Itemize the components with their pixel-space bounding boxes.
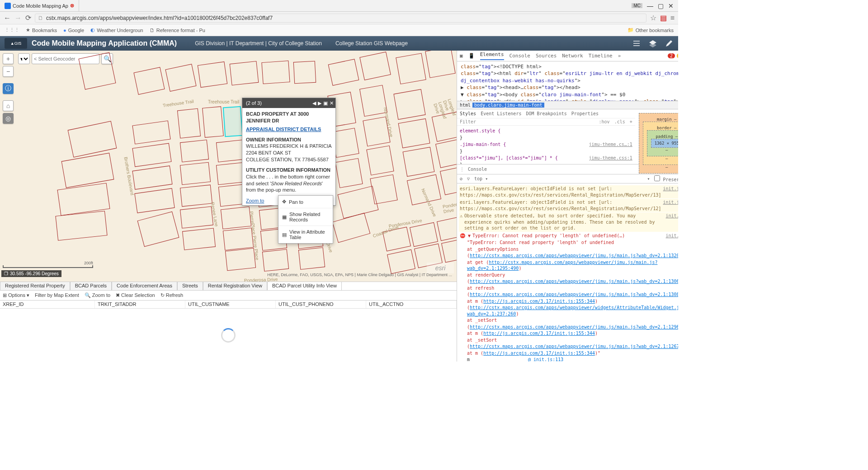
- parcel[interactable]: [55, 211, 107, 240]
- parcel[interactable]: [393, 89, 425, 120]
- parcel[interactable]: [134, 188, 175, 213]
- attribute-tab[interactable]: Streets: [177, 282, 203, 291]
- popup-link[interactable]: APPRAISAL DISTRICT DETAILS: [246, 126, 332, 133]
- home-button[interactable]: ⌂: [3, 100, 14, 111]
- parcel[interactable]: [180, 185, 212, 207]
- parcel[interactable]: [425, 51, 456, 78]
- devtools-tab-console[interactable]: Console: [509, 53, 530, 59]
- popup-next-icon[interactable]: ▶: [318, 100, 321, 106]
- parcel[interactable]: [359, 52, 391, 80]
- parcel[interactable]: [133, 67, 165, 94]
- attribute-tab[interactable]: Code Enforcement Areas: [112, 282, 177, 291]
- back-icon[interactable]: ←: [4, 14, 11, 22]
- column-header[interactable]: XREF_ID: [0, 301, 95, 309]
- parcel[interactable]: [437, 216, 457, 241]
- parcel[interactable]: [441, 238, 457, 263]
- geocoder-select[interactable]: ▾: [18, 53, 30, 64]
- parcel[interactable]: [410, 222, 438, 247]
- parcel[interactable]: [328, 59, 359, 85]
- parcel[interactable]: [332, 213, 370, 243]
- list-icon[interactable]: [632, 39, 641, 48]
- parcel[interactable]: [366, 146, 394, 175]
- parcel[interactable]: [137, 212, 179, 247]
- clear-console-icon[interactable]: ⊘: [460, 176, 462, 181]
- parcel[interactable]: [165, 64, 196, 91]
- devtools-tab-network[interactable]: Network: [562, 53, 583, 59]
- parcel[interactable]: [198, 61, 227, 88]
- parcel[interactable]: [132, 143, 171, 167]
- devtools-tab-timeline[interactable]: Timeline: [589, 53, 613, 59]
- refresh-button[interactable]: ↻ Refresh: [160, 292, 184, 298]
- elements-tree[interactable]: class="tag"><!DOCTYPE html>class="tag"><…: [457, 61, 678, 101]
- attribute-tab[interactable]: Rental Registration View: [203, 282, 267, 291]
- map-canvas[interactable]: + − ⓘ ⌂ ◎ ▾ 🔍: [0, 51, 457, 282]
- parcel[interactable]: [335, 158, 363, 188]
- close-icon[interactable]: ⊗: [70, 3, 74, 9]
- parcel[interactable]: [68, 121, 117, 157]
- attribute-tab[interactable]: BCAD Parcel Utility Info View: [267, 282, 342, 291]
- add-rule-icon[interactable]: +: [630, 119, 632, 124]
- dom-breakpoints-tab[interactable]: DOM Breakpoints: [526, 111, 566, 116]
- filter-icon[interactable]: ▽: [467, 176, 470, 181]
- parcel[interactable]: [78, 52, 116, 89]
- popup-close-icon[interactable]: ✕: [330, 100, 334, 106]
- console-output[interactable]: esri.layers.FeatureLayer: objectIdField …: [457, 183, 678, 362]
- column-header[interactable]: UTIL_ACCTNO: [366, 301, 457, 309]
- parcel[interactable]: [293, 61, 316, 84]
- preserve-log-checkbox[interactable]: Preserve log: [654, 175, 678, 182]
- parcel[interactable]: [182, 228, 216, 250]
- elements-breadcrumb[interactable]: html body.claro.jimu-main-font: [457, 101, 678, 109]
- parcel[interactable]: [261, 61, 290, 84]
- parcel[interactable]: [132, 121, 170, 145]
- locate-button[interactable]: ◎: [3, 113, 14, 124]
- star-icon[interactable]: ☆: [650, 14, 656, 22]
- context-select[interactable]: top ▾: [474, 176, 488, 181]
- parcel[interactable]: [298, 247, 325, 270]
- url-input[interactable]: 🗋 cstx.maps.arcgis.com/apps/webappviewer…: [35, 14, 646, 23]
- apps-icon[interactable]: ⋮⋮⋮: [5, 27, 19, 33]
- parcel[interactable]: [132, 165, 172, 189]
- close-icon[interactable]: ✕: [668, 2, 674, 9]
- column-header[interactable]: UTIL_CUSTNAME: [185, 301, 276, 309]
- popup-header[interactable]: (2 of 3) ◀ ▶ ▣ ✕: [242, 98, 335, 108]
- bookmark-item[interactable]: 🗋Reference format - Pu: [150, 28, 205, 33]
- console-menu-icon[interactable]: ⋮: [460, 167, 464, 172]
- popup-maximize-icon[interactable]: ▣: [323, 100, 328, 106]
- column-header[interactable]: TRKIT_SITADDR: [95, 301, 185, 309]
- maximize-icon[interactable]: ▢: [658, 2, 664, 9]
- parcel[interactable]: [202, 106, 224, 137]
- pencil-icon[interactable]: [665, 39, 674, 48]
- zoom-in-button[interactable]: +: [3, 53, 14, 64]
- device-icon[interactable]: 📱: [468, 53, 475, 59]
- parcel[interactable]: [396, 53, 426, 84]
- parcel[interactable]: [370, 174, 397, 204]
- parcel[interactable]: [440, 165, 457, 195]
- app-link[interactable]: College Station GIS Webpage: [335, 40, 408, 47]
- popup-prev-icon[interactable]: ◀: [312, 100, 316, 106]
- level-select[interactable]: ▾: [647, 176, 650, 181]
- menu-item-table[interactable]: ▤View in Attribute Table: [278, 226, 333, 243]
- cls-toggle[interactable]: .cls: [614, 119, 625, 124]
- parcel[interactable]: [225, 248, 256, 271]
- parcel[interactable]: [403, 147, 435, 177]
- parcel[interactable]: [180, 206, 213, 228]
- properties-tab[interactable]: Properties: [571, 111, 599, 116]
- options-button[interactable]: ⊞ Options ▾: [3, 292, 29, 298]
- browser-tab[interactable]: Code Mobile Mapping Ap ⊗: [0, 0, 79, 11]
- parcel[interactable]: [180, 162, 211, 185]
- parcel[interactable]: [177, 108, 201, 138]
- parcel[interactable]: [435, 138, 457, 168]
- attribute-tab[interactable]: Registered Rental Property: [0, 282, 70, 291]
- filter-button[interactable]: Filter by Map Extent: [35, 292, 79, 298]
- parcel[interactable]: [221, 207, 251, 229]
- parcel[interactable]: [230, 61, 259, 85]
- parcel[interactable]: [180, 140, 209, 162]
- parcel[interactable]: [216, 140, 245, 162]
- bookmark-item[interactable]: ◐Weather Undergroun: [90, 27, 143, 33]
- warn-badge[interactable]: 1: [677, 53, 678, 58]
- clear-selection-button[interactable]: ✖ Clear Selection: [116, 292, 155, 298]
- devtools-more-icon[interactable]: »: [618, 53, 621, 59]
- zoom-to-button[interactable]: 🔍 Zoom to: [85, 292, 110, 298]
- info-button[interactable]: ⓘ: [3, 83, 14, 94]
- styles-tab[interactable]: Styles: [460, 111, 476, 116]
